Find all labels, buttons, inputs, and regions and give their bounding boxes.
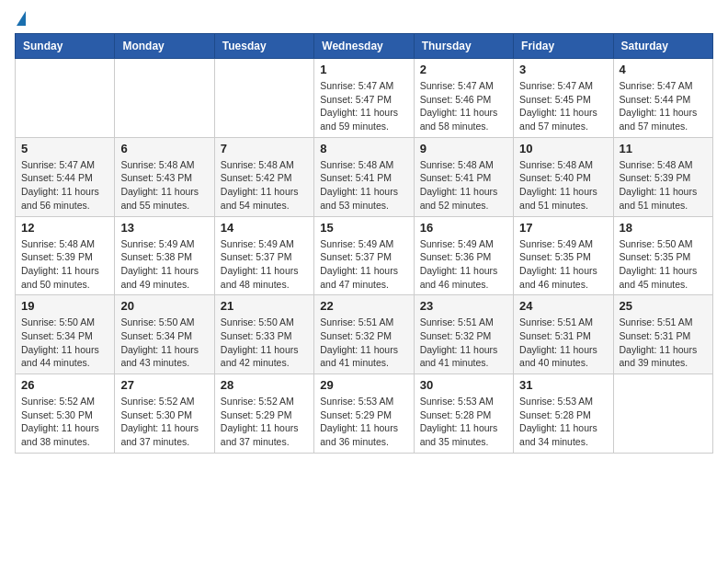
day-info: Sunrise: 5:50 AM Sunset: 5:34 PM Dayligh… [120,316,208,370]
day-number: 19 [21,299,108,313]
day-info: Sunrise: 5:48 AM Sunset: 5:41 PM Dayligh… [420,158,507,213]
day-info: Sunrise: 5:52 AM Sunset: 5:30 PM Dayligh… [21,395,108,449]
calendar-cell: 17Sunrise: 5:49 AM Sunset: 5:35 PM Dayli… [514,216,613,295]
day-number: 30 [420,378,507,392]
day-number: 25 [620,299,707,313]
calendar-week-row: 12Sunrise: 5:48 AM Sunset: 5:39 PM Dayli… [16,216,713,295]
calendar-header-thursday: Thursday [414,34,513,59]
day-info: Sunrise: 5:50 AM Sunset: 5:34 PM Dayligh… [21,316,108,370]
calendar-cell: 16Sunrise: 5:49 AM Sunset: 5:36 PM Dayli… [414,216,513,295]
calendar-header-monday: Monday [115,34,214,59]
calendar-cell: 1Sunrise: 5:47 AM Sunset: 5:47 PM Daylig… [314,59,414,138]
day-number: 28 [221,378,308,392]
calendar-cell: 21Sunrise: 5:50 AM Sunset: 5:33 PM Dayli… [214,295,313,374]
page-header [15,15,713,22]
calendar-cell: 7Sunrise: 5:48 AM Sunset: 5:42 PM Daylig… [214,137,313,216]
day-number: 12 [21,221,108,235]
calendar-cell: 5Sunrise: 5:47 AM Sunset: 5:44 PM Daylig… [16,137,115,216]
calendar-week-row: 19Sunrise: 5:50 AM Sunset: 5:34 PM Dayli… [16,295,713,374]
calendar-cell: 2Sunrise: 5:47 AM Sunset: 5:46 PM Daylig… [414,59,513,138]
day-number: 2 [420,63,507,76]
day-info: Sunrise: 5:53 AM Sunset: 5:28 PM Dayligh… [420,395,507,449]
day-number: 24 [519,299,607,313]
calendar-week-row: 1Sunrise: 5:47 AM Sunset: 5:47 PM Daylig… [16,59,713,138]
calendar-cell: 9Sunrise: 5:48 AM Sunset: 5:41 PM Daylig… [414,137,513,216]
calendar-cell: 14Sunrise: 5:49 AM Sunset: 5:37 PM Dayli… [214,216,313,295]
day-info: Sunrise: 5:48 AM Sunset: 5:41 PM Dayligh… [320,158,407,213]
calendar-cell: 10Sunrise: 5:48 AM Sunset: 5:40 PM Dayli… [514,137,613,216]
day-info: Sunrise: 5:47 AM Sunset: 5:45 PM Dayligh… [519,79,607,133]
day-number: 1 [320,63,407,76]
day-number: 8 [320,142,407,155]
day-info: Sunrise: 5:51 AM Sunset: 5:31 PM Dayligh… [519,316,607,370]
day-info: Sunrise: 5:47 AM Sunset: 5:44 PM Dayligh… [620,79,707,133]
logo-triangle-icon [17,11,26,26]
calendar-cell: 22Sunrise: 5:51 AM Sunset: 5:32 PM Dayli… [314,295,414,374]
calendar-cell: 11Sunrise: 5:48 AM Sunset: 5:39 PM Dayli… [613,137,712,216]
calendar-header-saturday: Saturday [613,34,712,59]
day-number: 11 [620,142,707,155]
day-number: 26 [21,378,108,392]
day-info: Sunrise: 5:48 AM Sunset: 5:43 PM Dayligh… [120,158,208,213]
day-info: Sunrise: 5:48 AM Sunset: 5:39 PM Dayligh… [620,158,707,213]
day-info: Sunrise: 5:48 AM Sunset: 5:42 PM Dayligh… [221,158,308,213]
day-info: Sunrise: 5:49 AM Sunset: 5:35 PM Dayligh… [519,237,607,292]
day-info: Sunrise: 5:51 AM Sunset: 5:31 PM Dayligh… [620,316,707,370]
calendar-table: SundayMondayTuesdayWednesdayThursdayFrid… [15,33,713,454]
calendar-cell: 25Sunrise: 5:51 AM Sunset: 5:31 PM Dayli… [613,295,712,374]
calendar-cell: 8Sunrise: 5:48 AM Sunset: 5:41 PM Daylig… [314,137,414,216]
day-number: 21 [221,299,308,313]
calendar-cell: 15Sunrise: 5:49 AM Sunset: 5:37 PM Dayli… [314,216,414,295]
day-info: Sunrise: 5:53 AM Sunset: 5:29 PM Dayligh… [320,395,407,449]
day-number: 4 [620,63,707,76]
day-info: Sunrise: 5:47 AM Sunset: 5:44 PM Dayligh… [21,158,108,213]
day-number: 20 [120,299,208,313]
day-info: Sunrise: 5:49 AM Sunset: 5:37 PM Dayligh… [320,237,407,292]
calendar-header-tuesday: Tuesday [214,34,313,59]
calendar-week-row: 5Sunrise: 5:47 AM Sunset: 5:44 PM Daylig… [16,137,713,216]
calendar-cell [613,374,712,454]
calendar-cell: 26Sunrise: 5:52 AM Sunset: 5:30 PM Dayli… [16,374,115,454]
day-number: 16 [420,221,507,235]
calendar-cell: 4Sunrise: 5:47 AM Sunset: 5:44 PM Daylig… [613,59,712,138]
calendar-header-friday: Friday [514,34,613,59]
calendar-cell: 12Sunrise: 5:48 AM Sunset: 5:39 PM Dayli… [16,216,115,295]
day-info: Sunrise: 5:50 AM Sunset: 5:35 PM Dayligh… [620,237,707,292]
day-number: 17 [519,221,607,235]
calendar-cell: 27Sunrise: 5:52 AM Sunset: 5:30 PM Dayli… [115,374,214,454]
day-number: 3 [519,63,607,76]
calendar-cell: 6Sunrise: 5:48 AM Sunset: 5:43 PM Daylig… [115,137,214,216]
logo [15,15,26,22]
calendar-header-row: SundayMondayTuesdayWednesdayThursdayFrid… [16,34,713,59]
day-number: 18 [620,221,707,235]
day-number: 6 [120,142,208,155]
day-number: 10 [519,142,607,155]
calendar-cell [16,59,115,138]
day-info: Sunrise: 5:48 AM Sunset: 5:39 PM Dayligh… [21,237,108,292]
day-number: 23 [420,299,507,313]
calendar-cell: 13Sunrise: 5:49 AM Sunset: 5:38 PM Dayli… [115,216,214,295]
day-number: 5 [21,142,108,155]
day-info: Sunrise: 5:50 AM Sunset: 5:33 PM Dayligh… [221,316,308,370]
day-number: 31 [519,378,607,392]
calendar-cell: 18Sunrise: 5:50 AM Sunset: 5:35 PM Dayli… [613,216,712,295]
calendar-cell: 24Sunrise: 5:51 AM Sunset: 5:31 PM Dayli… [514,295,613,374]
day-number: 14 [221,221,308,235]
day-info: Sunrise: 5:52 AM Sunset: 5:30 PM Dayligh… [120,395,208,449]
day-info: Sunrise: 5:48 AM Sunset: 5:40 PM Dayligh… [519,158,607,213]
calendar-cell: 19Sunrise: 5:50 AM Sunset: 5:34 PM Dayli… [16,295,115,374]
calendar-cell: 31Sunrise: 5:53 AM Sunset: 5:28 PM Dayli… [514,374,613,454]
day-number: 29 [320,378,407,392]
calendar-cell: 20Sunrise: 5:50 AM Sunset: 5:34 PM Dayli… [115,295,214,374]
day-info: Sunrise: 5:49 AM Sunset: 5:38 PM Dayligh… [120,237,208,292]
calendar-cell: 3Sunrise: 5:47 AM Sunset: 5:45 PM Daylig… [514,59,613,138]
day-info: Sunrise: 5:49 AM Sunset: 5:36 PM Dayligh… [420,237,507,292]
day-info: Sunrise: 5:51 AM Sunset: 5:32 PM Dayligh… [420,316,507,370]
calendar-cell: 30Sunrise: 5:53 AM Sunset: 5:28 PM Dayli… [414,374,513,454]
calendar-header-wednesday: Wednesday [314,34,414,59]
calendar-cell [214,59,313,138]
day-info: Sunrise: 5:52 AM Sunset: 5:29 PM Dayligh… [221,395,308,449]
calendar-cell: 23Sunrise: 5:51 AM Sunset: 5:32 PM Dayli… [414,295,513,374]
day-info: Sunrise: 5:53 AM Sunset: 5:28 PM Dayligh… [519,395,607,449]
calendar-week-row: 26Sunrise: 5:52 AM Sunset: 5:30 PM Dayli… [16,374,713,454]
